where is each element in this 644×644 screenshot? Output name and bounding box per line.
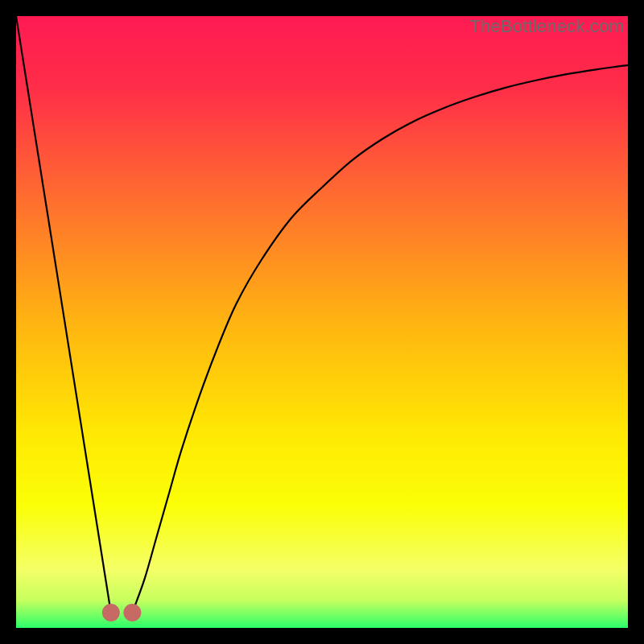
heat-gradient	[16, 16, 628, 628]
bottleneck-chart	[16, 16, 628, 628]
min-marker	[123, 604, 141, 621]
chart-frame: TheBottleneck.com	[16, 16, 628, 628]
min-marker	[102, 604, 120, 621]
watermark-text: TheBottleneck.com	[469, 16, 624, 37]
